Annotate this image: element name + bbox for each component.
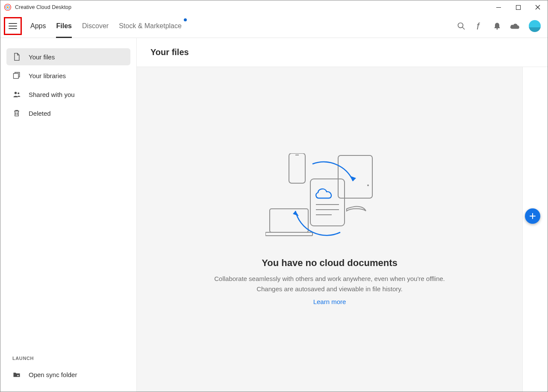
main-content: You have no cloud documents Collaborate … [137, 67, 523, 392]
sidebar-item-label: Your libraries [29, 72, 66, 79]
learn-more-link[interactable]: Learn more [313, 298, 346, 305]
sidebar-item-shared[interactable]: Shared with you [6, 86, 130, 103]
svg-point-15 [15, 92, 17, 94]
tab-stock-marketplace[interactable]: Stock & Marketplace [114, 14, 187, 38]
svg-rect-25 [310, 179, 345, 226]
fonts-icon: f [475, 21, 483, 31]
menu-icon [9, 23, 17, 29]
svg-marker-29 [350, 176, 356, 181]
libraries-icon [12, 71, 21, 80]
search-button[interactable] [454, 18, 469, 34]
notification-dot-icon [184, 18, 187, 21]
svg-text:f: f [477, 21, 480, 31]
svg-point-16 [18, 93, 19, 94]
file-icon [12, 53, 21, 61]
tab-files[interactable]: Files [51, 14, 77, 38]
cloud-documents-illustration-icon [265, 153, 394, 247]
titlebar: Creative Cloud Desktop [0, 0, 548, 14]
creative-cloud-logo-icon [4, 3, 12, 11]
page-title: Your files [150, 47, 534, 57]
search-icon [457, 22, 466, 30]
tab-apps[interactable]: Apps [25, 14, 51, 38]
svg-line-11 [463, 27, 465, 29]
svg-rect-22 [295, 155, 299, 155]
svg-rect-21 [289, 153, 305, 183]
sidebar-item-your-libraries[interactable]: Your libraries [6, 67, 130, 84]
add-button[interactable] [525, 208, 540, 224]
sidebar-item-label: Deleted [29, 110, 51, 117]
sidebar-item-label: Open sync folder [29, 371, 77, 378]
svg-rect-14 [14, 73, 19, 79]
sidebar-section-launch: LAUNCH [6, 356, 130, 366]
main-panel: Your files You have no clo [136, 38, 548, 392]
body: Your files Your libraries Shared with yo… [0, 38, 548, 392]
svg-point-2 [7, 6, 9, 9]
empty-state-title: You have no cloud documents [262, 257, 397, 269]
main-tabbar: Apps Files Discover Stock & Marketplace … [0, 14, 548, 38]
svg-rect-23 [270, 209, 308, 232]
svg-point-20 [367, 184, 369, 186]
minimize-button[interactable] [489, 0, 508, 14]
fonts-button[interactable]: f [471, 18, 487, 34]
close-button[interactable] [528, 0, 548, 14]
sidebar-item-open-sync-folder[interactable]: Open sync folder [6, 366, 130, 383]
plus-icon [529, 213, 536, 219]
empty-state-description: Collaborate seamlessly with others and w… [210, 274, 449, 294]
folder-sync-icon [12, 370, 21, 379]
notifications-button[interactable] [489, 18, 505, 34]
sidebar: Your files Your libraries Shared with yo… [0, 38, 136, 392]
account-avatar[interactable] [529, 20, 541, 32]
cloud-sync-button[interactable] [507, 18, 523, 34]
svg-marker-30 [293, 211, 299, 216]
svg-point-13 [496, 28, 498, 29]
trash-icon [12, 109, 21, 117]
people-icon [12, 90, 21, 99]
cloud-icon [510, 22, 521, 30]
tab-stock-label: Stock & Marketplace [119, 22, 182, 30]
svg-rect-19 [338, 155, 372, 198]
sidebar-item-deleted[interactable]: Deleted [6, 105, 130, 122]
sidebar-item-your-files[interactable]: Your files [6, 48, 130, 65]
sidebar-item-label: Your files [29, 53, 55, 61]
maximize-button[interactable] [508, 0, 528, 14]
tab-discover[interactable]: Discover [77, 14, 114, 38]
svg-rect-4 [516, 5, 520, 9]
sidebar-item-label: Shared with you [29, 91, 75, 98]
bell-icon [493, 22, 501, 30]
window-title: Creative Cloud Desktop [15, 4, 489, 10]
main-header: Your files [137, 38, 548, 67]
menu-button-highlighted[interactable] [4, 17, 22, 35]
svg-rect-24 [265, 232, 312, 236]
